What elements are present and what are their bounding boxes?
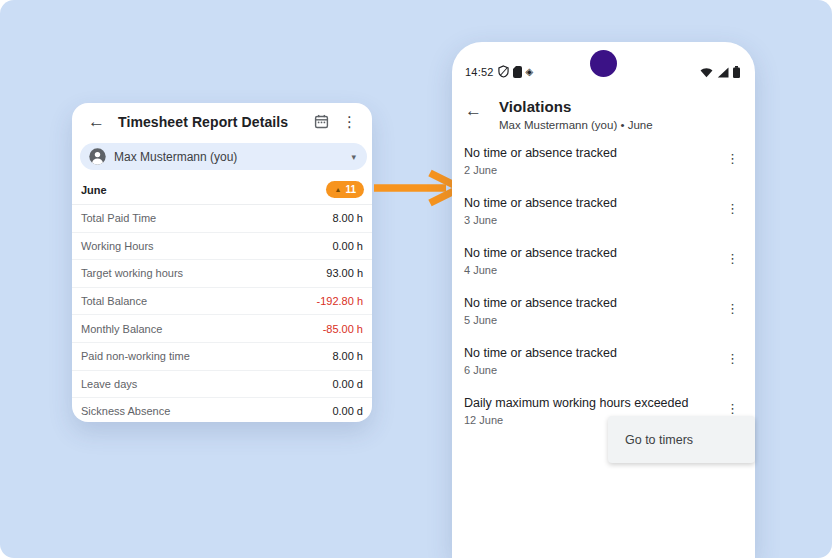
row-value: 0.00 d (332, 378, 363, 390)
row-label: Monthly Balance (81, 323, 162, 335)
person-icon (89, 148, 106, 165)
violation-date: 4 June (464, 264, 715, 276)
list-item[interactable]: No time or absence tracked 4 June ⋮ (452, 242, 755, 292)
violations-list: No time or absence tracked 2 June ⋮ No t… (452, 142, 755, 442)
row-label: Sickness Absence (81, 405, 170, 417)
list-item[interactable]: No time or absence tracked 3 June ⋮ (452, 192, 755, 242)
row-label: Target working hours (81, 267, 183, 279)
row-value: -85.00 h (323, 323, 363, 335)
row-value: 0.00 d (332, 405, 363, 417)
context-menu-item-go-to-timers[interactable]: Go to timers (608, 433, 755, 447)
table-row: Paid non-working time 8.00 h (72, 343, 372, 371)
calendar-icon[interactable] (314, 114, 329, 129)
row-value: -192.80 h (317, 295, 363, 307)
table-row: Working Hours 0.00 h (72, 233, 372, 261)
violation-title: Daily maximum working hours exceeded (464, 396, 715, 410)
kebab-menu-icon[interactable]: ⋮ (726, 201, 739, 216)
table-row: Total Balance -192.80 h (72, 288, 372, 316)
status-bar-left: 14:52 ◈ (465, 65, 533, 78)
row-label: Working Hours (81, 240, 154, 252)
table-row: Target working hours 93.00 h (72, 260, 372, 288)
list-item[interactable]: No time or absence tracked 5 June ⋮ (452, 292, 755, 342)
violations-badge[interactable]: ▲ 11 (326, 181, 364, 198)
kebab-menu-icon[interactable]: ⋮ (726, 401, 739, 416)
row-value: 8.00 h (332, 350, 363, 362)
status-bar-right (700, 66, 740, 78)
clock-time: 14:52 (465, 66, 494, 78)
table-row: Total Paid Time 8.00 h (72, 205, 372, 233)
back-icon[interactable]: ← (465, 101, 482, 121)
shield-icon (498, 65, 509, 78)
diamond-icon: ◈ (526, 67, 534, 77)
kebab-menu-icon[interactable]: ⋮ (726, 351, 739, 366)
violation-title: No time or absence tracked (464, 296, 715, 310)
row-value: 8.00 h (332, 212, 363, 224)
row-label: Leave days (81, 378, 137, 390)
violation-title: No time or absence tracked (464, 246, 715, 260)
context-menu: Go to timers (608, 416, 755, 463)
table-row: Leave days 0.00 d (72, 371, 372, 399)
kebab-menu-icon[interactable]: ⋮ (726, 251, 739, 266)
row-value: 0.00 h (332, 240, 363, 252)
row-label: Total Paid Time (81, 212, 156, 224)
violation-date: 2 June (464, 164, 715, 176)
row-label: Paid non-working time (81, 350, 190, 362)
table-row: Sickness Absence 0.00 d (72, 398, 372, 425)
violation-date: 5 June (464, 314, 715, 326)
card-header: ← Timesheet Report Details ⋮ (72, 103, 372, 140)
violation-title: No time or absence tracked (464, 146, 715, 160)
cellular-signal-icon (717, 67, 729, 78)
table-row: Monthly Balance -85.00 h (72, 315, 372, 343)
violations-count: 11 (345, 184, 356, 195)
violation-title: No time or absence tracked (464, 196, 715, 210)
wifi-icon (700, 67, 713, 78)
status-bar: 14:52 ◈ (452, 42, 755, 82)
page-title: Timesheet Report Details (118, 114, 314, 130)
violation-title: No time or absence tracked (464, 346, 715, 360)
camera-notch (590, 50, 617, 77)
screen-title: Violations (499, 98, 653, 115)
kebab-menu-icon[interactable]: ⋮ (726, 151, 739, 166)
phone-panel: 14:52 ◈ (452, 42, 755, 558)
violation-date: 6 June (464, 364, 715, 376)
kebab-menu-icon[interactable]: ⋮ (342, 114, 357, 129)
row-value: 93.00 h (326, 267, 363, 279)
canvas: ← Timesheet Report Details ⋮ (0, 0, 832, 558)
sim-card-icon (513, 66, 522, 78)
violation-date: 3 June (464, 214, 715, 226)
list-item[interactable]: No time or absence tracked 2 June ⋮ (452, 142, 755, 192)
user-selector-label: Max Mustermann (you) (114, 150, 237, 164)
period-row[interactable]: June ▲ 11 (72, 175, 372, 205)
header-actions: ⋮ (314, 114, 357, 129)
kebab-menu-icon[interactable]: ⋮ (726, 301, 739, 316)
user-selector[interactable]: Max Mustermann (you) ▾ (80, 143, 367, 170)
battery-icon (733, 66, 740, 78)
screen-subtitle: Max Mustermann (you) • June (499, 119, 653, 131)
violations-header: ← Violations Max Mustermann (you) • June (452, 82, 755, 131)
back-icon[interactable]: ← (88, 113, 105, 130)
chevron-down-icon: ▾ (351, 152, 356, 162)
period-label: June (81, 184, 107, 196)
list-item[interactable]: No time or absence tracked 6 June ⋮ (452, 342, 755, 392)
header-titles: Violations Max Mustermann (you) • June (499, 98, 653, 131)
warning-icon: ▲ (334, 186, 341, 193)
timesheet-report-card: ← Timesheet Report Details ⋮ (72, 103, 372, 422)
row-label: Total Balance (81, 295, 147, 307)
